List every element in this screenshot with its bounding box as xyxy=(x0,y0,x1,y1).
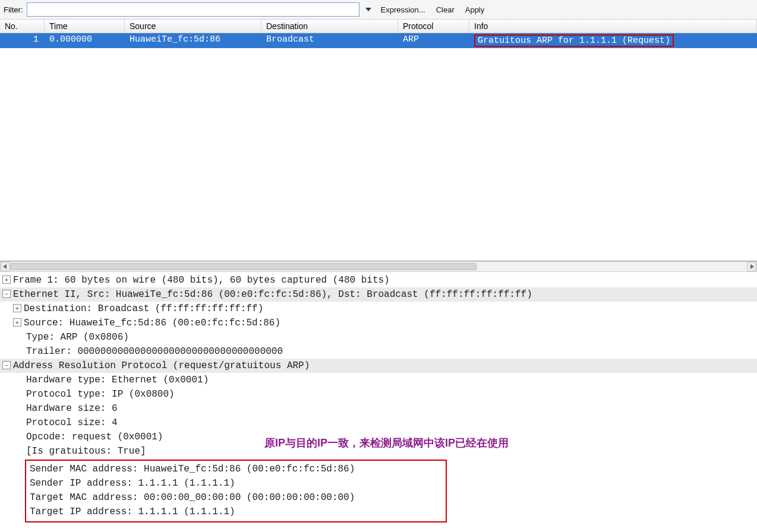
cell-no: 1 xyxy=(0,33,45,48)
cell-destination: Broadcast xyxy=(261,33,398,48)
tree-label: Destination: Broadcast (ff:ff:ff:ff:ff:f… xyxy=(24,302,263,316)
packet-details-pane: + Frame 1: 60 bytes on wire (480 bits), … xyxy=(0,272,757,526)
tree-label: Ethernet II, Src: HuaweiTe_fc:5d:86 (00:… xyxy=(13,287,532,302)
filter-label: Filter: xyxy=(4,5,23,14)
tree-arp-sender-ip[interactable]: Sender IP address: 1.1.1.1 (1.1.1.1) xyxy=(30,476,442,490)
col-header-no[interactable]: No. xyxy=(0,20,45,33)
chevron-down-icon xyxy=(365,8,371,11)
collapse-icon[interactable]: − xyxy=(2,290,11,298)
scroll-thumb[interactable] xyxy=(10,263,477,270)
tree-label: [Is gratuitous: True] xyxy=(26,444,146,458)
tree-arp-ptype[interactable]: Protocol type: IP (0x0800) xyxy=(0,387,757,401)
tree-arp-hwtype[interactable]: Hardware type: Ethernet (0x0001) xyxy=(0,373,757,387)
packet-list-header: No. Time Source Destination Protocol Inf… xyxy=(0,20,757,33)
tree-label: Address Resolution Protocol (request/gra… xyxy=(13,359,310,373)
triangle-right-icon xyxy=(749,264,754,269)
tree-arp[interactable]: − Address Resolution Protocol (request/g… xyxy=(0,359,757,373)
cell-info: Gratuitous ARP for 1.1.1.1 (Request) xyxy=(469,33,757,48)
scroll-left-arrow[interactable] xyxy=(1,262,10,271)
tree-arp-psize[interactable]: Protocol size: 4 xyxy=(0,416,757,430)
packet-list-hscrollbar[interactable] xyxy=(0,261,757,272)
packet-list-pane: No. Time Source Destination Protocol Inf… xyxy=(0,19,757,261)
tree-label: Source: HuaweiTe_fc:5d:86 (00:e0:fc:fc:5… xyxy=(24,316,280,330)
filter-dropdown-button[interactable] xyxy=(363,2,374,17)
tree-label: Hardware size: 6 xyxy=(26,401,118,416)
tree-label: Trailer: 0000000000000000000000000000000… xyxy=(26,344,283,359)
tree-arp-target-mac[interactable]: Target MAC address: 00:00:00_00:00:00 (0… xyxy=(30,490,442,505)
expand-icon[interactable]: + xyxy=(13,318,21,327)
cell-source: HuaweiTe_fc:5d:86 xyxy=(125,33,261,48)
col-header-info[interactable]: Info xyxy=(469,20,757,33)
scroll-right-arrow[interactable] xyxy=(747,262,756,271)
tree-label: Sender IP address: 1.1.1.1 (1.1.1.1) xyxy=(30,476,235,490)
tree-eth-dst[interactable]: + Destination: Broadcast (ff:ff:ff:ff:ff… xyxy=(0,302,757,316)
collapse-icon[interactable]: − xyxy=(2,361,11,369)
tree-label: Sender MAC address: HuaweiTe_fc:5d:86 (0… xyxy=(30,462,355,476)
tree-frame[interactable]: + Frame 1: 60 bytes on wire (480 bits), … xyxy=(0,273,757,287)
tree-label: Target IP address: 1.1.1.1 (1.1.1.1) xyxy=(30,505,235,519)
col-header-destination[interactable]: Destination xyxy=(261,20,398,33)
tree-eth-trailer[interactable]: Trailer: 0000000000000000000000000000000… xyxy=(0,344,757,359)
annotation-text: 原IP与目的IP一致，来检测局域网中该IP已经在使用 xyxy=(264,436,509,450)
tree-eth-type[interactable]: Type: ARP (0x0806) xyxy=(0,330,757,344)
arp-address-highlight-box: Sender MAC address: HuaweiTe_fc:5d:86 (0… xyxy=(25,460,447,522)
triangle-left-icon xyxy=(3,264,8,269)
tree-label: Protocol size: 4 xyxy=(26,416,118,430)
col-header-protocol[interactable]: Protocol xyxy=(398,20,469,33)
tree-label: Protocol type: IP (0x0800) xyxy=(26,387,175,401)
tree-ethernet[interactable]: − Ethernet II, Src: HuaweiTe_fc:5d:86 (0… xyxy=(0,287,757,302)
tree-label: Frame 1: 60 bytes on wire (480 bits), 60… xyxy=(13,273,390,287)
filter-input[interactable] xyxy=(27,2,359,17)
tree-arp-hwsize[interactable]: Hardware size: 6 xyxy=(0,401,757,416)
tree-arp-sender-mac[interactable]: Sender MAC address: HuaweiTe_fc:5d:86 (0… xyxy=(30,462,442,476)
col-header-source[interactable]: Source xyxy=(125,20,261,33)
expand-icon[interactable]: + xyxy=(13,304,21,312)
cell-time: 0.000000 xyxy=(45,33,125,48)
apply-button[interactable]: Apply xyxy=(462,3,488,17)
tree-eth-src[interactable]: + Source: HuaweiTe_fc:5d:86 (00:e0:fc:fc… xyxy=(0,316,757,330)
tree-label: Hardware type: Ethernet (0x0001) xyxy=(26,373,209,387)
col-header-time[interactable]: Time xyxy=(45,20,125,33)
clear-button[interactable]: Clear xyxy=(433,3,458,17)
filter-toolbar: Filter: Expression... Clear Apply xyxy=(0,0,757,19)
tree-label: Type: ARP (0x0806) xyxy=(26,330,129,344)
packet-row[interactable]: 1 0.000000 HuaweiTe_fc:5d:86 Broadcast A… xyxy=(0,33,757,48)
cell-protocol: ARP xyxy=(398,33,469,48)
tree-label: Opcode: request (0x0001) xyxy=(26,430,163,444)
tree-arp-target-ip[interactable]: Target IP address: 1.1.1.1 (1.1.1.1) xyxy=(30,505,442,519)
expand-icon[interactable]: + xyxy=(2,276,11,284)
expression-button[interactable]: Expression... xyxy=(377,3,429,17)
info-highlight-box: Gratuitous ARP for 1.1.1.1 (Request) xyxy=(474,34,674,47)
tree-label: Target MAC address: 00:00:00_00:00:00 (0… xyxy=(30,490,355,505)
